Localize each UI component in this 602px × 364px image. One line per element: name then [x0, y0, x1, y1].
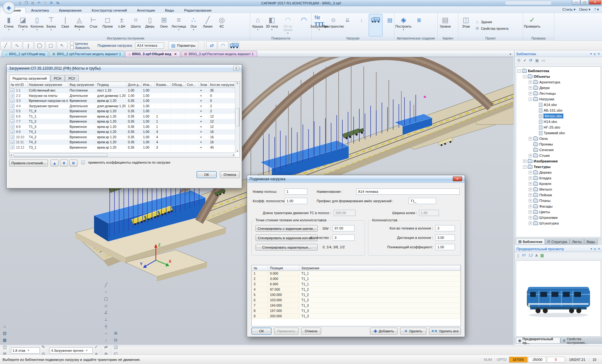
position-row[interactable]: 8197.000Т1_3 — [252, 308, 461, 314]
tree-item[interactable]: +Фасады — [516, 203, 601, 209]
refresh-icon[interactable]: ⟳ — [529, 58, 533, 63]
tree-item[interactable]: А14.sbo — [516, 102, 601, 108]
tree-item[interactable]: −Текстуры — [516, 164, 601, 170]
move-down-button[interactable]: ▼ — [60, 160, 68, 166]
expand-icon[interactable]: + — [529, 205, 532, 208]
opening-button[interactable]: ◻Проем — [101, 14, 114, 36]
tab-section-editor[interactable]: Конструктор сечений — [87, 7, 132, 13]
draw-spline-tool[interactable]: ∫ — [23, 41, 34, 50]
collapse-icon[interactable]: − — [523, 165, 526, 169]
position-row[interactable]: 23.000Т1_1 — [252, 276, 461, 282]
window-button[interactable]: ⊞Окно — [157, 14, 171, 36]
pile-button[interactable]: ∣Свая — [58, 14, 72, 36]
prefix-field[interactable]: Т1_ — [409, 198, 436, 204]
sync-icon[interactable]: ⟳ — [49, 1, 54, 5]
tree-item[interactable]: −Объекты — [516, 74, 601, 79]
tree-item[interactable]: +Штукатурка — [516, 220, 601, 226]
project-properties-button[interactable]: ⚙Свойства проекта — [473, 25, 510, 31]
reduce-coef-field[interactable]: 1.00 — [436, 244, 455, 250]
tree-item[interactable]: АБ-151.sbo — [516, 108, 601, 113]
expand-icon[interactable]: + — [529, 171, 532, 174]
row-checkbox-icon[interactable]: ✓ — [11, 119, 14, 123]
save-library-icon[interactable]: ▣ — [535, 58, 539, 63]
tab-analytics[interactable]: Аналитика — [26, 7, 54, 13]
new-document-icon[interactable]: ▯ — [18, 1, 23, 5]
ok-button[interactable]: ОК — [197, 171, 217, 178]
select-tool[interactable]: ↖ — [57, 41, 67, 50]
positions-table[interactable]: №ПозицияЗагружение 10.000Т1_1 23.000Т1_1 — [251, 265, 461, 326]
undo-icon[interactable]: ↶ — [36, 1, 41, 5]
toolbar-icon[interactable]: ⊞ — [112, 330, 119, 337]
draw-line-tool[interactable]: ╱ — [0, 41, 11, 50]
tree-item[interactable]: +Планы — [516, 198, 601, 203]
add-button[interactable]: ✚Добавить — [370, 328, 398, 335]
tab-editing[interactable]: Редактирование — [179, 7, 216, 13]
axes-button[interactable]: ∴Оси▾ — [187, 14, 200, 36]
tab-annotations[interactable]: Аннотации — [132, 7, 160, 13]
row-checkbox-icon[interactable]: ✓ — [11, 109, 14, 113]
column-button[interactable]: ▯Колонна▾ — [30, 14, 44, 36]
load-row[interactable]: ✓7:7 Т1_2 Временное врем.кр 1.20 0.35 1.… — [9, 119, 235, 124]
tab-load-editor[interactable]: Редактор загружений — [9, 75, 50, 82]
roof-button[interactable]: ⌂Крыша▾ — [251, 14, 265, 36]
toolbar-icon[interactable]: ◫ — [1, 344, 8, 351]
tab-libraries[interactable]: ▤Библиотеки — [516, 239, 545, 245]
collapse-icon[interactable]: − — [517, 69, 521, 73]
close-button[interactable]: ✕ — [589, 0, 601, 5]
draw-polyline-tool[interactable]: ∿ — [12, 41, 22, 50]
tree-item[interactable]: +Цветы — [516, 209, 601, 215]
truck-tool-button[interactable] — [229, 41, 240, 50]
tree-item[interactable]: +Двери — [516, 85, 601, 91]
move-up-button[interactable]: ▲ — [50, 160, 59, 166]
generate-by-step-button[interactable]: Сгенерировать с заданным шагом... — [256, 225, 318, 232]
toolbar-icon[interactable]: ┼ — [103, 323, 109, 330]
load-row[interactable]: ✓10:10 Т4_2 Временное врем.кр 1.20 0.35 … — [9, 135, 235, 140]
ortho-indicator[interactable]: ОРТО — [494, 358, 509, 361]
solids-button[interactable]: ◧3D тела▾ — [265, 14, 279, 36]
library-settings-icon[interactable]: ⚙ — [517, 58, 521, 63]
tree-item[interactable]: +Кладка — [516, 175, 601, 181]
expand-icon[interactable]: + — [529, 222, 532, 225]
toolbar-icon[interactable]: ↕ — [103, 337, 109, 344]
building-button[interactable]: ⌂Здание — [473, 19, 510, 25]
redo-icon[interactable]: ↷ — [43, 1, 48, 5]
load-row[interactable]: ✓8:8 Т1_3 Временное врем.кр 1.20 0.35 1.… — [9, 124, 235, 129]
load-row[interactable]: ✓3:3 Временные нагрузки на плиты Временн… — [9, 98, 235, 103]
expand-icon[interactable]: + — [529, 137, 532, 140]
position-row[interactable]: 36.000Т1_1 — [252, 282, 461, 287]
tree-item[interactable]: +Стыки — [516, 153, 601, 158]
doc-tab[interactable]: ⊞BRG_2.spf:Расчетная модель вариант 1 — [49, 51, 124, 57]
door-button[interactable]: ▯Дверь — [143, 14, 157, 36]
draw-rect-tool[interactable]: ▢ — [45, 41, 56, 50]
safety-factor-checkbox[interactable]: ✓применять коэффициенты надёжности по на… — [81, 161, 170, 164]
measure-icon[interactable]: ↹ — [55, 1, 60, 5]
row-checkbox-icon[interactable]: ✓ — [11, 94, 14, 98]
toolbar-icon[interactable]: ╱ — [103, 282, 109, 288]
storey-button[interactable]: ◫Этаж — [459, 14, 473, 36]
tree-item[interactable]: +Изображения — [516, 158, 601, 164]
apply-button[interactable]: Применить — [274, 328, 298, 335]
generate-characteristic-button[interactable]: Сгенерировать характерные... — [256, 244, 318, 251]
step-field[interactable]: 97.00 — [333, 225, 355, 231]
delta-h-button[interactable]: ±± ΔН — [115, 14, 129, 36]
render-icon[interactable]: ▦ — [540, 253, 544, 258]
load-row[interactable]: ✓11:11 Т4_3 Временное врем.кр 1.20 0.35 … — [9, 140, 235, 145]
paint-roller-icon[interactable]: ▭ — [541, 58, 545, 63]
load-row[interactable]: ✓6:6 Т1_1 Временное врем.кр 1.20 0.35 1.… — [9, 114, 235, 119]
distributed-load-button[interactable]: ⇊ — [341, 14, 354, 36]
doc-tab[interactable]: ⊞BRiG_3.spf:Расчетная модель вариант 1 — [181, 51, 257, 57]
position-row[interactable]: 6103.000Т1_2 — [252, 298, 461, 303]
delete-all-button[interactable]: ✕✕Удалить все — [429, 328, 461, 335]
load-row[interactable]: ✓1:1 Собственный вес Постоянное пост 1.1… — [9, 88, 235, 93]
loads-dialog-titlebar[interactable]: Загружения СП 35.13330.2011 (РФ) (Мосты … — [7, 65, 242, 72]
toolbar-icon[interactable]: ◲ — [112, 344, 119, 351]
joint-button[interactable]: ⊢Стык — [87, 14, 100, 36]
row-checkbox-icon[interactable]: ✓ — [11, 145, 14, 149]
position-row[interactable]: 7194.000Т1_3 — [252, 303, 461, 308]
load-space-button[interactable]: ⊙Пространство — [326, 14, 340, 36]
tab-build-properties[interactable]: ≣Свойства построения... — [560, 338, 602, 344]
count-field[interactable]: 3 — [333, 235, 355, 241]
window-menu[interactable]: Окно ▾ — [579, 7, 590, 12]
doc-tab[interactable]: ⌂BRG_2.spf:Общий вид — [2, 51, 48, 57]
dialog-close-icon[interactable]: ✕ — [233, 66, 239, 71]
